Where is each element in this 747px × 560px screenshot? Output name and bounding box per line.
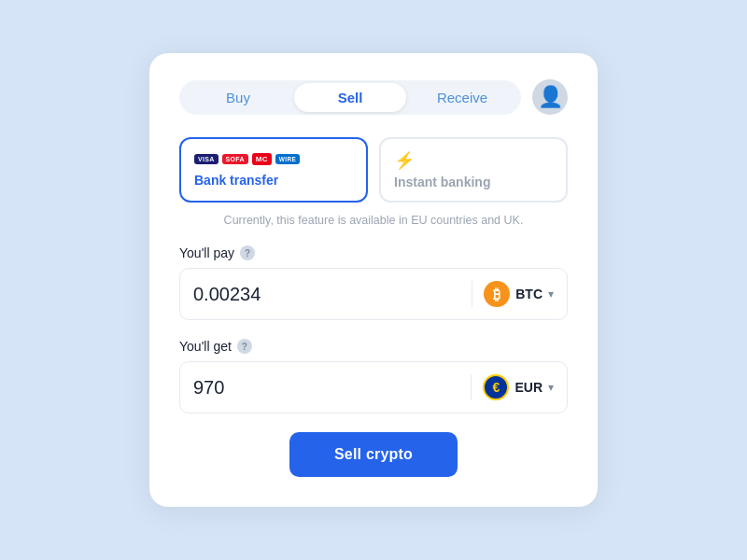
get-field-label: You'll get ? bbox=[179, 339, 568, 354]
user-avatar-icon: 👤 bbox=[538, 87, 563, 107]
header: Buy Sell Receive 👤 bbox=[179, 79, 568, 115]
pay-amount-input[interactable] bbox=[193, 284, 472, 305]
get-input-row: € EUR ▾ bbox=[179, 361, 568, 413]
get-amount-input[interactable] bbox=[193, 377, 471, 399]
bank-transfer-logos: VISA SOFA MC WIRE bbox=[194, 150, 353, 167]
instant-banking-label: Instant banking bbox=[394, 175, 553, 189]
wire-logo: WIRE bbox=[275, 154, 300, 164]
lightning-icon: ⚡ bbox=[394, 150, 553, 171]
get-currency-selector[interactable]: € EUR ▾ bbox=[471, 374, 554, 400]
pay-currency-selector[interactable]: ₿ BTC ▾ bbox=[472, 281, 554, 307]
tab-buy[interactable]: Buy bbox=[182, 83, 294, 112]
tab-sell[interactable]: Sell bbox=[294, 83, 406, 112]
pay-field-label: You'll pay ? bbox=[179, 245, 568, 260]
tab-group: Buy Sell Receive bbox=[179, 80, 521, 115]
btc-icon: ₿ bbox=[484, 281, 510, 307]
sofa-logo: SOFA bbox=[222, 154, 248, 164]
bank-transfer-option[interactable]: VISA SOFA MC WIRE Bank transfer bbox=[179, 137, 368, 203]
pay-input-row: ₿ BTC ▾ bbox=[179, 268, 568, 320]
bank-transfer-label: Bank transfer bbox=[194, 173, 353, 188]
get-currency-code: EUR bbox=[514, 380, 543, 395]
get-currency-chevron: ▾ bbox=[548, 381, 554, 394]
instant-banking-option[interactable]: ⚡ Instant banking bbox=[379, 137, 568, 203]
tab-receive[interactable]: Receive bbox=[406, 83, 518, 112]
user-avatar-button[interactable]: 👤 bbox=[532, 79, 568, 115]
pay-currency-chevron: ▾ bbox=[548, 287, 554, 301]
pay-currency-code: BTC bbox=[515, 287, 543, 301]
payment-methods-group: VISA SOFA MC WIRE Bank transfer ⚡ Instan… bbox=[179, 137, 568, 203]
sell-crypto-button[interactable]: Sell crypto bbox=[289, 432, 458, 477]
eur-icon: € bbox=[483, 374, 509, 400]
get-help-icon[interactable]: ? bbox=[237, 339, 252, 354]
pay-help-icon[interactable]: ? bbox=[240, 245, 255, 260]
availability-note: Currently, this feature is available in … bbox=[179, 214, 568, 227]
main-card: Buy Sell Receive 👤 VISA SOFA MC WIRE Ban… bbox=[149, 53, 598, 507]
visa-logo: VISA bbox=[194, 154, 218, 164]
mc-logo: MC bbox=[252, 153, 272, 165]
